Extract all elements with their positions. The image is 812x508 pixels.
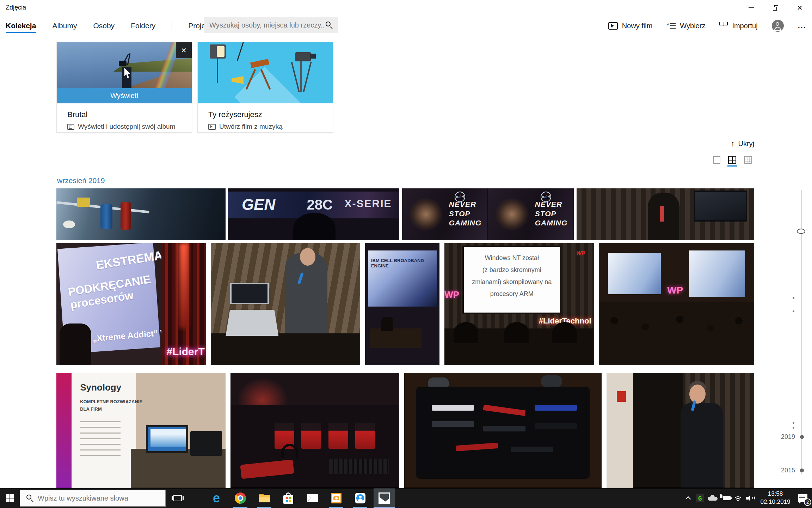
- action-center-button[interactable]: 2: [794, 488, 812, 508]
- gpu-utility-icon: G: [696, 494, 704, 502]
- projection-screen: [608, 253, 661, 295]
- photo-speaker-with-microphone[interactable]: [211, 243, 360, 365]
- photo-audience-two-screens[interactable]: WP: [599, 243, 754, 365]
- photo-ram-module-tray[interactable]: [404, 373, 602, 488]
- minimize-icon: [749, 7, 754, 8]
- film-icon: [608, 22, 618, 30]
- tray-onedrive[interactable]: [706, 488, 719, 508]
- close-button[interactable]: ✕: [788, 0, 812, 16]
- select-icon: ✓: [666, 22, 676, 29]
- taskbar-app-chrome[interactable]: [230, 488, 251, 508]
- view-medium-button-selected[interactable]: [728, 156, 736, 164]
- photos-app-icon: [379, 492, 390, 504]
- white-wall: [607, 373, 633, 488]
- tray-volume[interactable]: [744, 488, 757, 508]
- photo-yellow-device: [77, 198, 90, 207]
- view-small-button[interactable]: [744, 156, 752, 164]
- photo-synology-booth[interactable]: Synology KOMPLETNE ROZWIĄZANIE DLA FIRM: [56, 373, 226, 488]
- taskbar-app-store[interactable]: [278, 488, 299, 508]
- product-box: [355, 423, 375, 449]
- taskbar-app-people[interactable]: [350, 488, 371, 508]
- tab-kolekcja[interactable]: Kolekcja: [6, 22, 36, 30]
- year-label: 2019: [774, 433, 795, 441]
- hide-suggestions-button[interactable]: ↑ Ukryj: [731, 139, 754, 148]
- photo-windows-nt-slide[interactable]: Windows NT został (z bardzo skromnymi zm…: [444, 243, 594, 365]
- product-box: [301, 423, 321, 449]
- film-icon: [208, 124, 216, 130]
- tray-expand-button[interactable]: [681, 488, 694, 508]
- acoustic-foam: [633, 373, 683, 488]
- task-view-button[interactable]: [168, 488, 187, 508]
- album-icon: [67, 124, 74, 130]
- photo-ibm-cell-presentation[interactable]: IBM CELL BROADBAND ENGINE: [365, 243, 439, 365]
- taskbar-app-camera[interactable]: [326, 488, 347, 508]
- album-cover-photo[interactable]: Wyświetl: [57, 42, 192, 103]
- illustration-tripod-leg: [300, 61, 302, 92]
- laptop-screen: [230, 283, 269, 304]
- window-controls: ✕: [739, 0, 812, 16]
- illustration-camera-lens: [310, 54, 316, 59]
- select-label: Wybierz: [680, 22, 705, 30]
- table: [211, 333, 360, 365]
- onedrive-cloud-icon: [708, 495, 718, 501]
- search-icon[interactable]: [325, 21, 333, 29]
- tray-wifi[interactable]: [732, 488, 744, 508]
- hide-label: Ukryj: [738, 140, 754, 148]
- taskbar-app-mail[interactable]: [302, 488, 323, 508]
- album-card-brutal[interactable]: Wyświetl ✕ Brutal Wyświetl i udostępnij …: [56, 42, 192, 133]
- edge-icon: e: [213, 492, 220, 504]
- select-button[interactable]: ✓ Wybierz: [666, 22, 705, 30]
- taskbar-app-edge[interactable]: e: [206, 488, 227, 508]
- presentation-slide: Windows NT został (z bardzo skromnymi zm…: [462, 246, 561, 314]
- restore-button[interactable]: [763, 0, 788, 16]
- timeline-dot: [793, 297, 794, 299]
- tray-battery[interactable]: [719, 488, 732, 508]
- view-album-overlay-button[interactable]: Wyświetl: [57, 88, 192, 103]
- system-tray: G 13:58 02.10.2019 2: [681, 488, 812, 508]
- video-editor-card[interactable]: Ty reżyserujesz Utwórz film z muzyką: [197, 42, 333, 133]
- taskbar-search-input[interactable]: [38, 494, 165, 502]
- clock-date: 02.10.2019: [757, 498, 794, 506]
- search-box[interactable]: [204, 17, 338, 33]
- new-film-button[interactable]: Nowy film: [608, 22, 653, 30]
- photo-overclocking-presentation[interactable]: EKSTREMALNE PODKRĘCANIE procesorów Micha…: [56, 243, 206, 365]
- month-group-link[interactable]: wrzesień 2019: [57, 176, 105, 185]
- timeline-year-2015[interactable]: 2015: [774, 467, 804, 474]
- see-more-button[interactable]: ...: [798, 21, 806, 30]
- taskbar-app-file-explorer[interactable]: [254, 488, 275, 508]
- photo-tech-booth[interactable]: [56, 188, 226, 240]
- create-film-action[interactable]: Utwórz film z muzyką: [208, 123, 282, 131]
- audience-silhouettes: [599, 302, 754, 365]
- person-silhouette: [285, 253, 327, 338]
- account-avatar[interactable]: [772, 20, 784, 32]
- slide-text: (z bardzo skromnymi: [464, 264, 560, 276]
- photo-intel-stage-screen[interactable]: GEN 28C X-SERIE: [228, 188, 399, 240]
- start-button[interactable]: [0, 488, 20, 508]
- taskbar-search-box[interactable]: [20, 490, 166, 507]
- photo-standing-speaker[interactable]: [607, 373, 754, 488]
- tray-gpu-utility[interactable]: G: [694, 488, 706, 508]
- search-input[interactable]: [204, 21, 325, 29]
- album-action[interactable]: Wyświetl i udostępnij swój album: [67, 123, 176, 131]
- search-icon: [26, 494, 34, 502]
- timeline-scrubber-thumb[interactable]: [797, 229, 805, 234]
- import-button[interactable]: ↓ Importuj: [719, 22, 757, 30]
- view-large-button[interactable]: [713, 156, 720, 164]
- timeline-year-2019[interactable]: 2019: [774, 433, 804, 441]
- tab-foldery[interactable]: Foldery: [131, 22, 155, 30]
- dismiss-card-button[interactable]: ✕: [176, 42, 192, 58]
- photo-man-at-monitor[interactable]: [577, 188, 754, 240]
- video-editor-illustration[interactable]: [198, 42, 333, 103]
- photo-hyperx-product-table[interactable]: [230, 373, 399, 488]
- ram-module: [432, 421, 474, 427]
- tab-albumy[interactable]: Albumy: [52, 22, 77, 30]
- taskbar-app-photos-active[interactable]: [374, 488, 395, 508]
- illustration-director-chair: [250, 59, 269, 68]
- album-title: Brutal: [67, 110, 87, 119]
- tab-osoby[interactable]: Osoby: [93, 22, 115, 30]
- taskbar-clock[interactable]: 13:58 02.10.2019: [757, 490, 794, 506]
- ram-module: [535, 405, 577, 411]
- photo-never-stop-gaming-banner[interactable]: intel NEVER STOP GAMING intel NEVER STOP…: [402, 188, 574, 240]
- minimize-button[interactable]: [739, 0, 763, 16]
- monitor: [694, 190, 747, 222]
